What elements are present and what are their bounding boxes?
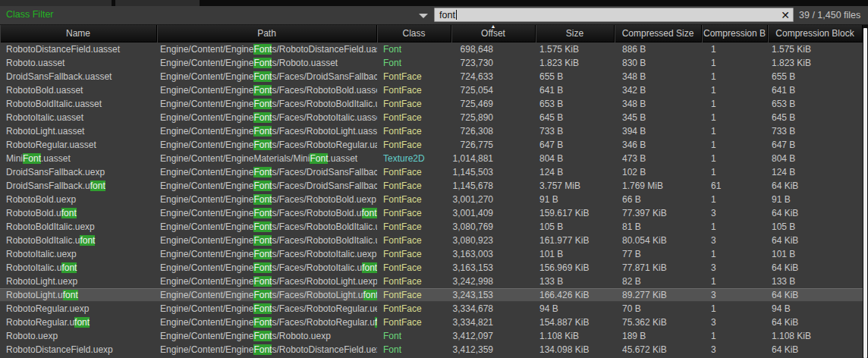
- class-filter-dropdown-label[interactable]: Class Filter: [6, 9, 54, 20]
- vertical-scrollbar[interactable]: [863, 25, 868, 358]
- cell-class: FontFace: [377, 247, 451, 261]
- table-body: RobotoDistanceField.uasset Engine/Conten…: [0, 42, 863, 358]
- column-header-class[interactable]: Class: [377, 25, 451, 42]
- cell-compression-block-count: 1: [702, 152, 768, 165]
- file-table: NamePathClassOffset▲SizeCompressed SizeC…: [0, 25, 863, 358]
- cell-class: FontFace: [377, 234, 451, 247]
- column-header-offset[interactable]: Offset▲: [451, 25, 536, 42]
- cell-compression-block-count: 61: [702, 179, 768, 193]
- cell-size: 161.977 KiB: [536, 234, 615, 247]
- table-row[interactable]: RobotoRegular.uasset Engine/Content/Engi…: [0, 138, 863, 152]
- cell-path: Engine/Content/EngineFonts/Faces/RobotoR…: [157, 138, 377, 152]
- cell-name: DroidSansFallback.uasset: [0, 70, 157, 83]
- cell-name: RobotoLight.uexp: [0, 275, 157, 288]
- table-row[interactable]: DroidSansFallback.uasset Engine/Content/…: [0, 70, 863, 83]
- table-row[interactable]: RobotoBold.ufont Engine/Content/EngineFo…: [0, 206, 863, 220]
- chevron-down-icon[interactable]: [419, 14, 428, 18]
- cell-compression-block-size: 653 B: [768, 97, 863, 111]
- cell-compression-block-count: 1: [702, 138, 768, 152]
- table-row[interactable]: RobotoRegular.uexp Engine/Content/Engine…: [0, 302, 863, 316]
- scrollbar-thumb[interactable]: [863, 28, 867, 358]
- table-row[interactable]: RobotoDistanceField.uexp Engine/Content/…: [0, 343, 863, 356]
- cell-path: Engine/Content/EngineFonts/Faces/DroidSa…: [157, 165, 377, 179]
- cell-class: FontFace: [377, 261, 451, 275]
- cell-compression-block-count: 1: [702, 220, 768, 234]
- tab-stub-2[interactable]: [115, 0, 200, 6]
- cell-offset: 3,334,821: [451, 316, 536, 329]
- cell-compressed-size: 346 B: [615, 138, 702, 152]
- cell-path: Engine/Content/EngineFonts/Faces/RobotoI…: [157, 111, 377, 124]
- table-row[interactable]: RobotoRegular.ufont Engine/Content/Engin…: [0, 316, 863, 329]
- cell-path: Engine/Content/EngineFonts/Faces/RobotoL…: [157, 124, 377, 138]
- cell-name: RobotoItalic.uasset: [0, 111, 157, 124]
- cell-compression-block-count: 1: [702, 97, 768, 111]
- cell-compression-block-size: 1.575 KiB: [768, 42, 863, 56]
- cell-size: 647 B: [536, 138, 615, 152]
- table-row[interactable]: RobotoLight.uexp Engine/Content/EngineFo…: [0, 275, 863, 288]
- cell-path: Engine/Content/EngineFonts/Faces/RobotoI…: [157, 247, 377, 261]
- table-row[interactable]: RobotoLight.ufont Engine/Content/EngineF…: [0, 288, 863, 302]
- cell-class: Texture2D: [377, 152, 451, 165]
- table-row[interactable]: RobotoBold.uasset Engine/Content/EngineF…: [0, 83, 863, 97]
- table-row[interactable]: RobotoItalic.uexp Engine/Content/EngineF…: [0, 247, 863, 261]
- cell-name: RobotoBoldItalic.uasset: [0, 97, 157, 111]
- cell-compression-block-size: 641 B: [768, 83, 863, 97]
- cell-compressed-size: 81 B: [615, 220, 702, 234]
- tab-stub-1[interactable]: [0, 0, 112, 6]
- cell-offset: 1,145,503: [451, 165, 536, 179]
- table-row[interactable]: RobotoBoldItalic.uasset Engine/Content/E…: [0, 97, 863, 111]
- column-header-compression-b[interactable]: Compression B: [702, 25, 768, 42]
- table-row[interactable]: DroidSansFallback.uexp Engine/Content/En…: [0, 165, 863, 179]
- table-row[interactable]: RobotoDistanceField.uasset Engine/Conten…: [0, 42, 863, 56]
- table-row[interactable]: RobotoBold.uexp Engine/Content/EngineFon…: [0, 193, 863, 206]
- cell-compressed-size: 77.397 KiB: [615, 206, 702, 220]
- cell-compression-block-count: 1: [702, 56, 768, 70]
- cell-offset: 698,648: [451, 42, 536, 56]
- column-header-size[interactable]: Size: [536, 25, 615, 42]
- cell-compression-block-size: 645 B: [768, 111, 863, 124]
- cell-offset: 3,242,998: [451, 275, 536, 288]
- column-header-path[interactable]: Path: [157, 25, 377, 42]
- table-row[interactable]: DroidSansFallback.ufont Engine/Content/E…: [0, 179, 863, 193]
- cell-compression-block-size: 64 KiB: [768, 316, 863, 329]
- cell-compression-block-size: 124 B: [768, 165, 863, 179]
- table-row[interactable]: Roboto.uexp Engine/Content/EngineFonts/R…: [0, 329, 863, 343]
- search-input[interactable]: font ✕: [434, 8, 794, 22]
- cell-class: Font: [377, 42, 451, 56]
- cell-compression-block-size: 1.108 KiB: [768, 329, 863, 343]
- cell-compressed-size: 348 B: [615, 70, 702, 83]
- table-row[interactable]: MiniFont.uasset Engine/Content/EngineMat…: [0, 152, 863, 165]
- column-header-name[interactable]: Name: [0, 25, 157, 42]
- sort-ascending-icon: ▲: [491, 25, 496, 30]
- cell-compressed-size: 886 B: [615, 42, 702, 56]
- cell-class: Font: [377, 56, 451, 70]
- cell-compression-block-size: 101 B: [768, 247, 863, 261]
- cell-compression-block-count: 1: [702, 111, 768, 124]
- search-input-value: font: [439, 10, 455, 20]
- cell-path: Engine/Content/EngineFonts/Faces/RobotoB…: [157, 83, 377, 97]
- cell-compression-block-count: 1: [702, 165, 768, 179]
- column-header-compression-block[interactable]: Compression Block: [768, 25, 863, 42]
- cell-compression-block-count: 1: [702, 302, 768, 316]
- cell-offset: 3,412,097: [451, 329, 536, 343]
- cell-class: FontFace: [377, 165, 451, 179]
- cell-compression-block-count: 3: [702, 206, 768, 220]
- cell-path: Engine/Content/EngineFonts/RobotoDistanc…: [157, 42, 377, 56]
- cell-class: FontFace: [377, 179, 451, 193]
- table-row[interactable]: RobotoItalic.uasset Engine/Content/Engin…: [0, 111, 863, 124]
- table-row[interactable]: Roboto.uasset Engine/Content/EngineFonts…: [0, 56, 863, 70]
- cell-offset: 1,014,881: [451, 152, 536, 165]
- pak-viewer-window: Class Filter font ✕ 39 / 1,450 files Nam…: [0, 0, 868, 358]
- text-cursor: [456, 10, 457, 20]
- cell-compression-block-count: 1: [702, 329, 768, 343]
- cell-offset: 726,775: [451, 138, 536, 152]
- table-row[interactable]: RobotoItalic.ufont Engine/Content/Engine…: [0, 261, 863, 275]
- cell-class: FontFace: [377, 97, 451, 111]
- cell-compressed-size: 1.769 MiB: [615, 179, 702, 193]
- table-row[interactable]: RobotoLight.uasset Engine/Content/Engine…: [0, 124, 863, 138]
- table-row[interactable]: RobotoBoldItalic.ufont Engine/Content/En…: [0, 234, 863, 247]
- clear-search-icon[interactable]: ✕: [781, 10, 790, 20]
- column-header-compressed-size[interactable]: Compressed Size: [615, 25, 702, 42]
- table-row[interactable]: RobotoBoldItalic.uexp Engine/Content/Eng…: [0, 220, 863, 234]
- cell-path: Engine/Content/EngineFonts/Faces/RobotoB…: [157, 206, 377, 220]
